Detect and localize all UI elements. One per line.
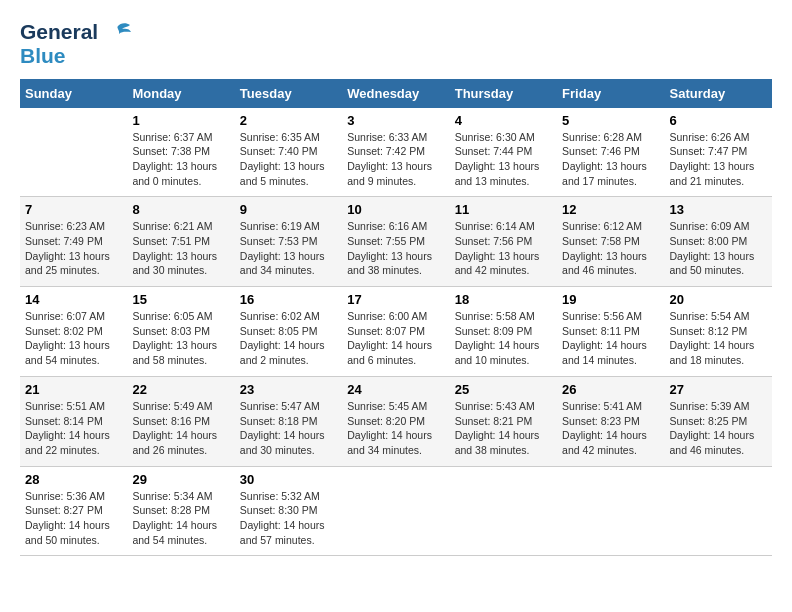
calendar-cell: 9Sunrise: 6:19 AM Sunset: 7:53 PM Daylig… — [235, 197, 342, 287]
calendar-cell — [450, 466, 557, 556]
date-number: 9 — [240, 202, 337, 217]
date-number: 18 — [455, 292, 552, 307]
calendar-week-row: 28Sunrise: 5:36 AM Sunset: 8:27 PM Dayli… — [20, 466, 772, 556]
header-day: Sunday — [20, 79, 127, 108]
calendar-cell: 23Sunrise: 5:47 AM Sunset: 8:18 PM Dayli… — [235, 376, 342, 466]
calendar-cell: 16Sunrise: 6:02 AM Sunset: 8:05 PM Dayli… — [235, 287, 342, 377]
calendar-cell: 15Sunrise: 6:05 AM Sunset: 8:03 PM Dayli… — [127, 287, 234, 377]
calendar-table: SundayMondayTuesdayWednesdayThursdayFrid… — [20, 79, 772, 557]
header-day: Wednesday — [342, 79, 449, 108]
date-number: 15 — [132, 292, 229, 307]
calendar-cell: 3Sunrise: 6:33 AM Sunset: 7:42 PM Daylig… — [342, 108, 449, 197]
calendar-week-row: 21Sunrise: 5:51 AM Sunset: 8:14 PM Dayli… — [20, 376, 772, 466]
calendar-cell: 6Sunrise: 6:26 AM Sunset: 7:47 PM Daylig… — [665, 108, 772, 197]
cell-info: Sunrise: 5:32 AM Sunset: 8:30 PM Dayligh… — [240, 489, 337, 548]
calendar-cell — [557, 466, 664, 556]
calendar-body: 1Sunrise: 6:37 AM Sunset: 7:38 PM Daylig… — [20, 108, 772, 556]
date-number: 2 — [240, 113, 337, 128]
cell-info: Sunrise: 6:14 AM Sunset: 7:56 PM Dayligh… — [455, 219, 552, 278]
cell-info: Sunrise: 6:05 AM Sunset: 8:03 PM Dayligh… — [132, 309, 229, 368]
cell-info: Sunrise: 6:26 AM Sunset: 7:47 PM Dayligh… — [670, 130, 767, 189]
calendar-cell: 25Sunrise: 5:43 AM Sunset: 8:21 PM Dayli… — [450, 376, 557, 466]
cell-info: Sunrise: 6:21 AM Sunset: 7:51 PM Dayligh… — [132, 219, 229, 278]
calendar-header: SundayMondayTuesdayWednesdayThursdayFrid… — [20, 79, 772, 108]
calendar-cell: 30Sunrise: 5:32 AM Sunset: 8:30 PM Dayli… — [235, 466, 342, 556]
date-number: 16 — [240, 292, 337, 307]
date-number: 25 — [455, 382, 552, 397]
cell-info: Sunrise: 5:36 AM Sunset: 8:27 PM Dayligh… — [25, 489, 122, 548]
cell-info: Sunrise: 5:51 AM Sunset: 8:14 PM Dayligh… — [25, 399, 122, 458]
calendar-cell: 19Sunrise: 5:56 AM Sunset: 8:11 PM Dayli… — [557, 287, 664, 377]
calendar-cell: 13Sunrise: 6:09 AM Sunset: 8:00 PM Dayli… — [665, 197, 772, 287]
cell-info: Sunrise: 5:45 AM Sunset: 8:20 PM Dayligh… — [347, 399, 444, 458]
calendar-cell: 21Sunrise: 5:51 AM Sunset: 8:14 PM Dayli… — [20, 376, 127, 466]
date-number: 19 — [562, 292, 659, 307]
date-number: 23 — [240, 382, 337, 397]
cell-info: Sunrise: 6:02 AM Sunset: 8:05 PM Dayligh… — [240, 309, 337, 368]
calendar-cell: 27Sunrise: 5:39 AM Sunset: 8:25 PM Dayli… — [665, 376, 772, 466]
cell-info: Sunrise: 6:19 AM Sunset: 7:53 PM Dayligh… — [240, 219, 337, 278]
cell-info: Sunrise: 5:43 AM Sunset: 8:21 PM Dayligh… — [455, 399, 552, 458]
header-day: Thursday — [450, 79, 557, 108]
calendar-cell: 17Sunrise: 6:00 AM Sunset: 8:07 PM Dayli… — [342, 287, 449, 377]
cell-info: Sunrise: 6:30 AM Sunset: 7:44 PM Dayligh… — [455, 130, 552, 189]
cell-info: Sunrise: 5:58 AM Sunset: 8:09 PM Dayligh… — [455, 309, 552, 368]
date-number: 30 — [240, 472, 337, 487]
cell-info: Sunrise: 6:33 AM Sunset: 7:42 PM Dayligh… — [347, 130, 444, 189]
header-day: Friday — [557, 79, 664, 108]
cell-info: Sunrise: 6:23 AM Sunset: 7:49 PM Dayligh… — [25, 219, 122, 278]
calendar-cell — [665, 466, 772, 556]
cell-info: Sunrise: 5:56 AM Sunset: 8:11 PM Dayligh… — [562, 309, 659, 368]
date-number: 21 — [25, 382, 122, 397]
logo-blue-text: Blue — [20, 44, 132, 68]
calendar-cell: 4Sunrise: 6:30 AM Sunset: 7:44 PM Daylig… — [450, 108, 557, 197]
calendar-cell: 26Sunrise: 5:41 AM Sunset: 8:23 PM Dayli… — [557, 376, 664, 466]
date-number: 7 — [25, 202, 122, 217]
date-number: 6 — [670, 113, 767, 128]
calendar-cell: 7Sunrise: 6:23 AM Sunset: 7:49 PM Daylig… — [20, 197, 127, 287]
date-number: 28 — [25, 472, 122, 487]
date-number: 17 — [347, 292, 444, 307]
header-day: Tuesday — [235, 79, 342, 108]
date-number: 5 — [562, 113, 659, 128]
calendar-cell: 22Sunrise: 5:49 AM Sunset: 8:16 PM Dayli… — [127, 376, 234, 466]
date-number: 3 — [347, 113, 444, 128]
cell-info: Sunrise: 6:37 AM Sunset: 7:38 PM Dayligh… — [132, 130, 229, 189]
calendar-cell: 28Sunrise: 5:36 AM Sunset: 8:27 PM Dayli… — [20, 466, 127, 556]
calendar-cell: 8Sunrise: 6:21 AM Sunset: 7:51 PM Daylig… — [127, 197, 234, 287]
date-number: 26 — [562, 382, 659, 397]
cell-info: Sunrise: 6:09 AM Sunset: 8:00 PM Dayligh… — [670, 219, 767, 278]
calendar-week-row: 1Sunrise: 6:37 AM Sunset: 7:38 PM Daylig… — [20, 108, 772, 197]
calendar-cell: 5Sunrise: 6:28 AM Sunset: 7:46 PM Daylig… — [557, 108, 664, 197]
cell-info: Sunrise: 5:47 AM Sunset: 8:18 PM Dayligh… — [240, 399, 337, 458]
date-number: 4 — [455, 113, 552, 128]
date-number: 22 — [132, 382, 229, 397]
logo-text: General — [20, 20, 132, 44]
date-number: 24 — [347, 382, 444, 397]
cell-info: Sunrise: 6:28 AM Sunset: 7:46 PM Dayligh… — [562, 130, 659, 189]
calendar-cell: 20Sunrise: 5:54 AM Sunset: 8:12 PM Dayli… — [665, 287, 772, 377]
header-day: Saturday — [665, 79, 772, 108]
calendar-cell: 11Sunrise: 6:14 AM Sunset: 7:56 PM Dayli… — [450, 197, 557, 287]
date-number: 8 — [132, 202, 229, 217]
calendar-cell — [20, 108, 127, 197]
date-number: 27 — [670, 382, 767, 397]
calendar-cell: 24Sunrise: 5:45 AM Sunset: 8:20 PM Dayli… — [342, 376, 449, 466]
cell-info: Sunrise: 5:41 AM Sunset: 8:23 PM Dayligh… — [562, 399, 659, 458]
cell-info: Sunrise: 6:12 AM Sunset: 7:58 PM Dayligh… — [562, 219, 659, 278]
calendar-week-row: 14Sunrise: 6:07 AM Sunset: 8:02 PM Dayli… — [20, 287, 772, 377]
header-day: Monday — [127, 79, 234, 108]
header-row: SundayMondayTuesdayWednesdayThursdayFrid… — [20, 79, 772, 108]
calendar-week-row: 7Sunrise: 6:23 AM Sunset: 7:49 PM Daylig… — [20, 197, 772, 287]
date-number: 13 — [670, 202, 767, 217]
calendar-cell: 14Sunrise: 6:07 AM Sunset: 8:02 PM Dayli… — [20, 287, 127, 377]
calendar-cell: 2Sunrise: 6:35 AM Sunset: 7:40 PM Daylig… — [235, 108, 342, 197]
cell-info: Sunrise: 5:34 AM Sunset: 8:28 PM Dayligh… — [132, 489, 229, 548]
date-number: 14 — [25, 292, 122, 307]
logo: General Blue — [20, 20, 132, 69]
cell-info: Sunrise: 5:54 AM Sunset: 8:12 PM Dayligh… — [670, 309, 767, 368]
date-number: 12 — [562, 202, 659, 217]
date-number: 11 — [455, 202, 552, 217]
cell-info: Sunrise: 5:39 AM Sunset: 8:25 PM Dayligh… — [670, 399, 767, 458]
calendar-cell: 10Sunrise: 6:16 AM Sunset: 7:55 PM Dayli… — [342, 197, 449, 287]
